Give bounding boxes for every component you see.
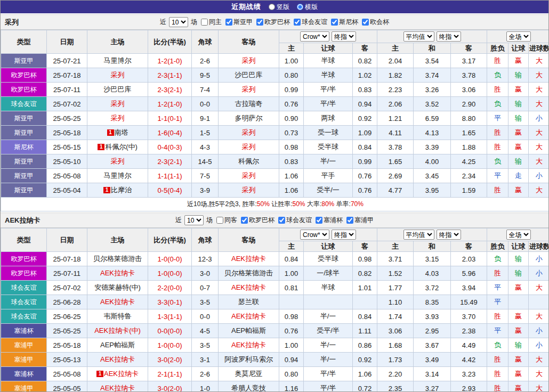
league-checkbox[interactable]: [278, 217, 285, 224]
corners: 2-6: [192, 367, 219, 381]
layout-option-vertical[interactable]: 竖版: [269, 3, 289, 12]
team-text: 采列: [242, 186, 256, 194]
score: 1-0(0-0): [148, 252, 192, 266]
vertical-radio[interactable]: [269, 4, 275, 10]
avg-away: 3.06: [451, 83, 487, 97]
score: 2-3(2-1): [148, 154, 192, 169]
avg-draw: 6.59: [414, 111, 451, 126]
column-header: 主: [279, 43, 304, 54]
league-filter[interactable]: 欧会杯: [360, 18, 389, 27]
league-checkbox[interactable]: [316, 217, 322, 224]
layout-option-horizontal[interactable]: 横版: [297, 3, 318, 12]
avg-source-select[interactable]: 平均值: [403, 31, 434, 42]
league-filter[interactable]: 球会友谊: [276, 216, 312, 225]
sections-container: 采列近10场同主斯亚甲欧罗巴杯球会友谊斯尼杯欧会杯类型日期主场比分(半场)角球客…: [1, 14, 548, 392]
league-checkbox[interactable]: [346, 217, 353, 224]
league-badge: 塞浦甲: [1, 353, 47, 367]
result-outcome: 胜: [487, 367, 508, 381]
same-venue-filter[interactable]: 同主: [199, 18, 222, 27]
league-checkbox[interactable]: [256, 19, 263, 26]
horizontal-radio[interactable]: [297, 4, 303, 10]
avg-home: 1.68: [377, 338, 414, 353]
league-filter[interactable]: 球会友谊: [292, 18, 327, 27]
league-checkbox[interactable]: [241, 217, 248, 224]
avg-home: 3.78: [377, 140, 414, 154]
corners: 1-5: [192, 126, 219, 140]
avg-away: 5.96: [451, 266, 487, 281]
result-handicap: 赢: [508, 381, 529, 392]
same-venue-checkbox[interactable]: [216, 217, 223, 224]
avg-home: 1.82: [377, 68, 414, 83]
league-filter[interactable]: 斯亚甲: [223, 18, 253, 27]
scope-select[interactable]: 全场: [506, 31, 531, 42]
avg-source-select[interactable]: 平均值: [403, 230, 434, 240]
odds-stage-select[interactable]: 终指: [332, 230, 356, 240]
match-date: 25-07-18: [47, 68, 87, 83]
avg-stage-select[interactable]: 终指: [437, 230, 461, 240]
summary-part: 近10场,胜5平2负3, 胜率:: [187, 200, 257, 208]
odds-home: 0.76: [279, 324, 304, 338]
odds-handicap: 平手: [304, 169, 353, 183]
match-date: 25-05-13: [47, 353, 87, 367]
home-team: AEK拉纳卡: [87, 266, 148, 281]
odds-away: 0.99: [353, 154, 377, 169]
odds-source-select[interactable]: Crow*: [300, 31, 329, 42]
odds-source-select[interactable]: Crow*: [300, 230, 329, 240]
match-row: 斯亚甲25-05-041比摩治0-5(0-4)3-9采列1.06受半/一0.76…: [1, 183, 549, 198]
odds-handicap: 半/一: [304, 353, 353, 367]
scope-select[interactable]: 全场: [506, 230, 531, 240]
league-filter[interactable]: 欧罗巴杯: [239, 216, 274, 225]
league-checkbox[interactable]: [362, 19, 369, 26]
corners: 9-5: [192, 68, 219, 83]
match-row: 斯亚甲25-05-181南塔1-6(0-4)1-5采列0.73受一球1.094.…: [1, 126, 549, 140]
league-checkbox[interactable]: [331, 19, 338, 26]
away-team: AEK拉纳卡: [219, 309, 279, 324]
match-row: 斯尼杯25-05-151科佩尔(中)0-4(0-3)4-3采列0.98受半球0.…: [1, 140, 549, 154]
league-filter[interactable]: 塞浦甲: [344, 216, 374, 225]
avg-away: 15.49: [451, 295, 487, 309]
page-title: 近期战绩: [231, 2, 261, 12]
league-badge: 球会友谊: [1, 97, 47, 111]
odds-stage-select[interactable]: 终指: [332, 31, 356, 42]
league-filter[interactable]: 斯尼杯: [329, 18, 358, 27]
away-team: 古拉瑞奇: [219, 97, 279, 111]
team-text: 马里博尔: [104, 172, 132, 179]
avg-stage-select[interactable]: 终指: [437, 31, 461, 42]
match-row: 塞浦甲25-05-18AEP帕福斯1-0(0-0)3-5AEK拉纳卡1.00半/…: [1, 338, 549, 353]
match-date: 25-07-21: [47, 54, 87, 68]
rank-badge: 1: [103, 187, 110, 193]
league-badge: 塞浦杯: [1, 324, 47, 338]
result-goals: 大: [529, 83, 549, 97]
league-checkbox[interactable]: [225, 19, 232, 26]
match-date: 25-05-05: [47, 381, 87, 392]
match-row: 球会友谊25-07-02采列1-2(1-0)0-0古拉瑞奇0.76平/半0.94…: [1, 97, 549, 111]
home-team: 1比摩治: [87, 183, 148, 198]
result-handicap: 输: [508, 154, 529, 169]
column-header: 角球: [192, 228, 219, 252]
avg-away: 4.49: [451, 338, 487, 353]
league-filter[interactable]: 欧罗巴杯: [254, 18, 290, 27]
result-handicap: 赢: [508, 353, 529, 367]
league-filter[interactable]: 塞浦杯: [313, 216, 343, 225]
same-venue-checkbox[interactable]: [201, 19, 208, 26]
team-text: 多明萨尔: [235, 114, 263, 122]
avg-away: 1.88: [451, 140, 487, 154]
result-goals: 大: [529, 381, 549, 392]
odds-home: 0.98: [279, 309, 304, 324]
team-text: AEK拉纳卡: [100, 355, 135, 363]
corners: 3-9: [192, 183, 219, 198]
corners: 3-0: [192, 266, 219, 281]
result-goals: 大: [529, 367, 549, 381]
match-date: 25-05-18: [47, 338, 87, 353]
odds-handicap: 平/半: [304, 381, 353, 392]
league-checkbox[interactable]: [294, 19, 301, 26]
result-handicap: 赢: [508, 54, 529, 68]
match-count-select[interactable]: 10: [184, 215, 204, 225]
team-text: 韦斯特鲁: [104, 312, 132, 320]
team-text: AEK拉纳卡: [231, 255, 266, 263]
avg-draw: 3.39: [414, 140, 451, 154]
match-row: 欧罗巴杯25-07-18贝尔格莱德游击1-0(0-0)12-3AEK拉纳卡0.8…: [1, 252, 549, 266]
same-venue-filter[interactable]: 同客: [214, 216, 237, 225]
match-count-select[interactable]: 10: [169, 17, 188, 27]
home-team: 马里博尔: [87, 169, 148, 183]
